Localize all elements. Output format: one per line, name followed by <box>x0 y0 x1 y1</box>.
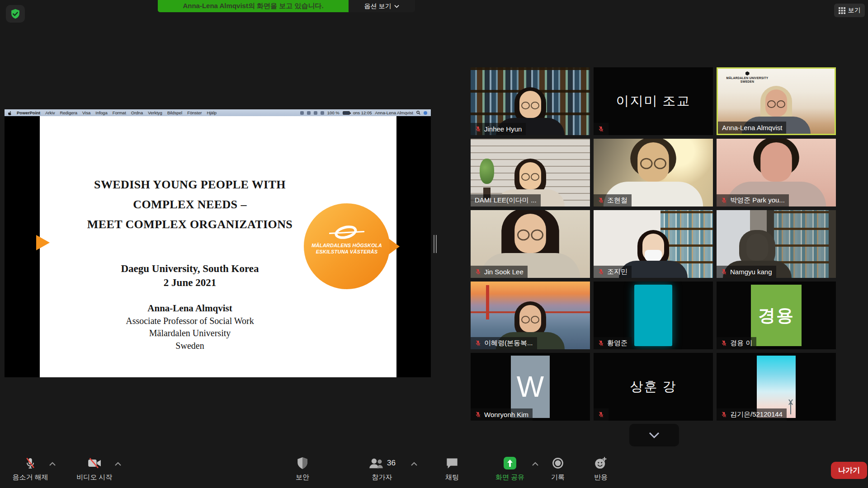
participant-tile[interactable]: Jinhee Hyun <box>471 67 590 135</box>
participant-tile[interactable]: DAMI LEE(이다미 ... <box>471 139 590 206</box>
participant-tile[interactable]: 이혜령(본동복... <box>471 282 590 349</box>
control-center-icon[interactable] <box>424 111 427 115</box>
video-watermark: MÄLARDALEN UNIVERSITY SWEDEN <box>722 71 772 84</box>
participant-avatar: 경용 <box>751 285 802 346</box>
participant-name: 조지민 <box>607 267 627 276</box>
gallery-view-button[interactable]: 보기 <box>834 4 865 17</box>
menu-item[interactable]: Infoga <box>95 110 107 115</box>
leave-label: 나가기 <box>838 466 860 475</box>
viewing-screen-banner: Anna-Lena Almqvist의 화면을 보고 있습니다. <box>158 0 349 12</box>
participant-name-tag: Jin Sook Lee <box>471 266 528 278</box>
participant-gallery: Jinhee Hyun 이지미 조교 MÄLARDALEN UNIVERSITY… <box>471 67 836 421</box>
unmute-label: 음소거 해제 <box>12 473 48 482</box>
apple-logo-icon <box>8 111 12 115</box>
menu-item[interactable]: Bildspel <box>167 110 182 115</box>
participant-name-tag: 경용 이 <box>717 337 756 349</box>
muted-mic-icon <box>598 411 604 418</box>
shared-screen-region: PowerPoint Arkiv Redigera Visa Infoga Fo… <box>5 109 431 377</box>
participants-button[interactable]: 36 참가자 <box>353 455 411 482</box>
view-label: 보기 <box>848 6 861 14</box>
participant-name: 김기은/52120144 <box>730 410 783 419</box>
reactions-smiley-icon <box>594 456 608 470</box>
participant-tile[interactable]: 상훈 강 <box>594 353 713 421</box>
muted-mic-icon <box>475 268 481 275</box>
participant-tile[interactable]: 황영준 <box>594 282 713 349</box>
search-icon[interactable] <box>416 111 420 115</box>
slide-author-block: Anna-Lena Almqvist Associate Professor o… <box>40 302 340 352</box>
chat-bubble-icon <box>446 457 458 469</box>
participant-tile[interactable]: 이지미 조교 <box>594 67 713 135</box>
muted-mic-icon <box>475 126 481 132</box>
participant-tile[interactable]: 조현철 <box>594 139 713 206</box>
unmute-button[interactable]: 음소거 해제 <box>1 455 60 482</box>
start-video-label: 비디오 시작 <box>76 473 112 482</box>
menu-item[interactable]: Ordna <box>131 110 143 115</box>
panel-resize-handle[interactable] <box>433 235 438 253</box>
participant-tile[interactable]: Namgyu kang <box>717 210 836 278</box>
status-icon <box>321 111 324 115</box>
participant-name-tag: 조지민 <box>594 266 632 278</box>
participant-name-tag: 이혜령(본동복... <box>471 337 537 349</box>
muted-mic-icon <box>598 197 604 204</box>
menu-item[interactable]: PowerPoint <box>17 110 40 115</box>
grid-view-icon <box>839 7 845 14</box>
security-shield-badge[interactable] <box>6 5 25 23</box>
participant-name: Jinhee Hyun <box>484 125 522 133</box>
participant-name: 경용 이 <box>730 339 752 347</box>
menu-item[interactable]: Hjälp <box>207 110 217 115</box>
muted-mic-icon <box>721 268 727 275</box>
leave-meeting-button[interactable]: 나가기 <box>831 462 867 479</box>
menubar-account[interactable]: Anna-Lena Almqvist <box>375 110 414 115</box>
menu-item[interactable]: Arkiv <box>45 110 55 115</box>
muted-mic-icon <box>721 197 727 204</box>
participants-icon <box>368 457 384 469</box>
participant-tile[interactable]: 경용 경용 이 <box>717 282 836 349</box>
participants-options-chevron[interactable] <box>410 460 418 468</box>
participant-name: DAMI LEE(이다미 ... <box>475 196 537 205</box>
chevron-down-icon <box>394 5 399 8</box>
menu-item[interactable]: Verktyg <box>148 110 162 115</box>
meeting-toolbar: 음소거 해제 비디오 시작 보안 <box>0 452 868 488</box>
participants-label: 참가자 <box>372 473 392 482</box>
participant-tile[interactable]: W Wonryonh Kim <box>471 353 590 421</box>
reactions-button[interactable]: 반응 <box>571 455 630 482</box>
menu-item[interactable]: Redigera <box>60 110 77 115</box>
participant-tile[interactable]: 박영준 Park you... <box>717 139 836 206</box>
menu-item[interactable]: Format <box>113 110 126 115</box>
chat-button[interactable]: 채팅 <box>423 455 481 482</box>
participant-tile[interactable]: 김기은/52120144 <box>717 353 836 421</box>
gallery-collapse-button[interactable] <box>629 424 679 446</box>
mic-options-chevron[interactable] <box>49 460 56 468</box>
participant-tile-active-speaker[interactable]: MÄLARDALEN UNIVERSITY SWEDEN Anna-Lena A… <box>717 67 836 135</box>
participant-name: Wonryonh Kim <box>484 411 528 418</box>
watermark-logo-icon <box>745 71 750 75</box>
menu-item[interactable]: Visa <box>82 110 90 115</box>
video-off-icon <box>88 457 101 469</box>
menubar-status-cluster: 100 % ons 12:05 Anna-Lena Almqvist <box>300 110 427 115</box>
view-options-button[interactable]: 옵션 보기 <box>349 0 415 12</box>
participant-name-tag <box>594 123 609 135</box>
start-video-button[interactable]: 비디오 시작 <box>65 455 124 482</box>
participant-display-name: 상훈 강 <box>594 353 713 421</box>
participant-name: 황영준 <box>607 339 627 347</box>
menu-item[interactable]: Fönster <box>187 110 202 115</box>
participant-name-tag: DAMI LEE(이다미 ... <box>471 194 541 206</box>
participant-name: Namgyu kang <box>730 268 772 276</box>
muted-mic-icon <box>721 411 727 418</box>
security-shield-icon <box>297 457 308 469</box>
participant-name: Anna-Lena Almqvist <box>722 124 782 131</box>
participant-name: 이혜령(본동복... <box>484 339 533 347</box>
university-logo-bubble: MÄLARDALENS HÖGSKOLA ESKILSTUNA VÄSTERÅS <box>304 203 390 289</box>
participant-name-tag: 김기은/52120144 <box>717 408 787 421</box>
participant-name-tag: 황영준 <box>594 337 632 349</box>
participant-name-tag: 박영준 Park you... <box>717 194 789 206</box>
security-button[interactable]: 보안 <box>273 455 332 482</box>
participant-name-tag: Wonryonh Kim <box>471 408 533 421</box>
video-options-chevron[interactable] <box>114 460 122 468</box>
share-screen-icon <box>503 456 517 470</box>
participant-tile[interactable]: 조지민 <box>594 210 713 278</box>
participant-tile[interactable]: Jin Sook Lee <box>471 210 590 278</box>
chevron-down-icon <box>648 432 660 439</box>
menubar-clock: ons 12:05 <box>353 110 372 115</box>
battery-percent: 100 % <box>327 110 340 115</box>
